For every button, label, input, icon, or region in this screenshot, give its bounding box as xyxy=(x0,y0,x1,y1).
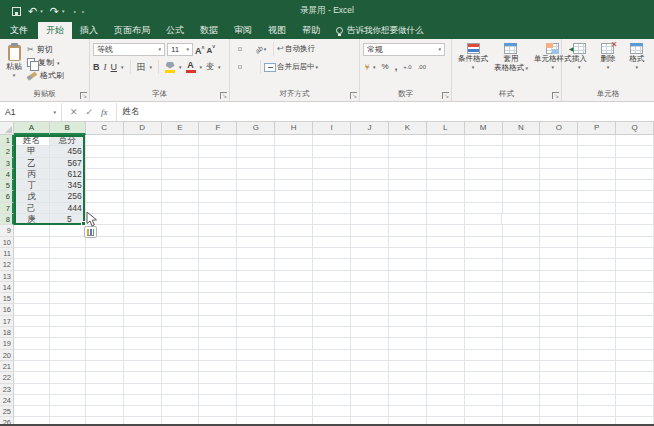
cell-A18[interactable] xyxy=(14,327,50,338)
cell-L25[interactable] xyxy=(427,406,465,417)
cell-O10[interactable] xyxy=(540,237,578,248)
cell-F5[interactable] xyxy=(199,180,237,191)
cell-D7[interactable] xyxy=(124,203,162,214)
cell-N19[interactable] xyxy=(503,338,541,349)
cell-K22[interactable] xyxy=(389,372,427,383)
clipboard-dialog-launcher-icon[interactable]: ↘ xyxy=(80,92,87,99)
cell-I7[interactable] xyxy=(313,203,351,214)
tab-数据[interactable]: 数据 xyxy=(192,22,226,39)
cell-E14[interactable] xyxy=(162,282,200,293)
cell-Q16[interactable] xyxy=(616,304,654,315)
fill-color-button[interactable] xyxy=(165,62,175,73)
italic-button[interactable]: I xyxy=(104,62,107,72)
cell-E5[interactable] xyxy=(162,180,200,191)
cell-G8[interactable] xyxy=(237,214,275,225)
cell-H19[interactable] xyxy=(275,338,313,349)
increase-font-size-button[interactable]: A˄ xyxy=(195,44,204,55)
cell-E24[interactable] xyxy=(162,395,200,406)
cell-O14[interactable] xyxy=(540,282,578,293)
cell-K6[interactable] xyxy=(389,191,427,202)
cell-I12[interactable] xyxy=(313,259,351,270)
cell-J4[interactable] xyxy=(351,169,389,180)
enter-check-icon[interactable]: ✓ xyxy=(86,107,94,117)
cell-D25[interactable] xyxy=(124,406,162,417)
cell-O19[interactable] xyxy=(540,338,578,349)
cell-Q2[interactable] xyxy=(616,146,654,157)
accounting-dropdown-icon[interactable]: ▾ xyxy=(373,64,376,70)
cell-D3[interactable] xyxy=(124,158,162,169)
cell-L21[interactable] xyxy=(427,361,465,372)
cell-E4[interactable] xyxy=(162,169,200,180)
cell-M23[interactable] xyxy=(465,384,503,395)
cell-N9[interactable] xyxy=(503,225,541,236)
comma-style-button[interactable]: , xyxy=(395,62,398,72)
cell-E25[interactable] xyxy=(162,406,200,417)
cell-D11[interactable] xyxy=(124,248,162,259)
cell-M11[interactable] xyxy=(465,248,503,259)
cell-B20[interactable] xyxy=(50,350,86,361)
cell-C22[interactable] xyxy=(86,372,124,383)
cell-B7[interactable]: 444 xyxy=(50,203,86,214)
align-middle-button[interactable] xyxy=(238,47,242,51)
row-header-6[interactable]: 6 xyxy=(0,191,14,202)
cell-K8[interactable] xyxy=(389,214,427,225)
cell-D8[interactable] xyxy=(124,214,162,225)
cell-K18[interactable] xyxy=(389,327,427,338)
cell-F24[interactable] xyxy=(199,395,237,406)
cell-K17[interactable] xyxy=(389,316,427,327)
cell-F23[interactable] xyxy=(199,384,237,395)
cell-P11[interactable] xyxy=(578,248,616,259)
cell-B9[interactable] xyxy=(50,225,86,236)
cell-N13[interactable] xyxy=(503,271,541,282)
cell-J14[interactable] xyxy=(351,282,389,293)
format-cells-button[interactable]: 格式 ▾ xyxy=(626,41,647,88)
cell-K1[interactable] xyxy=(389,135,427,146)
cell-I15[interactable] xyxy=(313,293,351,304)
cell-G7[interactable] xyxy=(237,203,275,214)
cell-C3[interactable] xyxy=(86,158,124,169)
cell-N12[interactable] xyxy=(503,259,541,270)
cell-M15[interactable] xyxy=(465,293,503,304)
cell-C25[interactable] xyxy=(86,406,124,417)
cell-B11[interactable] xyxy=(50,248,86,259)
cell-E15[interactable] xyxy=(162,293,200,304)
select-all-corner[interactable] xyxy=(0,122,14,135)
cell-K25[interactable] xyxy=(389,406,427,417)
cell-G18[interactable] xyxy=(237,327,275,338)
cell-M25[interactable] xyxy=(465,406,503,417)
alignment-dialog-launcher-icon[interactable]: ↘ xyxy=(350,92,357,99)
cell-O20[interactable] xyxy=(540,350,578,361)
cell-L20[interactable] xyxy=(427,350,465,361)
cell-H23[interactable] xyxy=(275,384,313,395)
cell-L11[interactable] xyxy=(427,248,465,259)
paste-button[interactable]: 粘贴 ▾ xyxy=(3,41,25,88)
cell-F4[interactable] xyxy=(199,169,237,180)
cell-A14[interactable] xyxy=(14,282,50,293)
cell-E16[interactable] xyxy=(162,304,200,315)
row-header-9[interactable]: 9 xyxy=(0,225,14,236)
cell-E10[interactable] xyxy=(162,237,200,248)
cell-D24[interactable] xyxy=(124,395,162,406)
cell-F16[interactable] xyxy=(199,304,237,315)
name-box[interactable]: A1 ▾ xyxy=(0,103,62,121)
row-header-20[interactable]: 20 xyxy=(0,350,14,361)
cell-N15[interactable] xyxy=(503,293,541,304)
row-header-18[interactable]: 18 xyxy=(0,327,14,338)
cell-L4[interactable] xyxy=(427,169,465,180)
tab-file[interactable]: 文件 xyxy=(0,22,38,39)
cell-K24[interactable] xyxy=(389,395,427,406)
cell-B3[interactable]: 567 xyxy=(50,158,86,169)
row-header-1[interactable]: 1 xyxy=(0,135,14,146)
cell-O3[interactable] xyxy=(540,158,578,169)
cell-F3[interactable] xyxy=(199,158,237,169)
tab-页面布局[interactable]: 页面布局 xyxy=(106,22,158,39)
cell-F13[interactable] xyxy=(199,271,237,282)
cell-H18[interactable] xyxy=(275,327,313,338)
cell-K14[interactable] xyxy=(389,282,427,293)
cell-C15[interactable] xyxy=(86,293,124,304)
bold-button[interactable]: B xyxy=(93,62,100,72)
cell-K7[interactable] xyxy=(389,203,427,214)
format-as-table-button[interactable]: 套用 表格格式 ▾ xyxy=(491,41,531,88)
col-header-D[interactable]: D xyxy=(124,122,162,135)
cell-P16[interactable] xyxy=(578,304,616,315)
